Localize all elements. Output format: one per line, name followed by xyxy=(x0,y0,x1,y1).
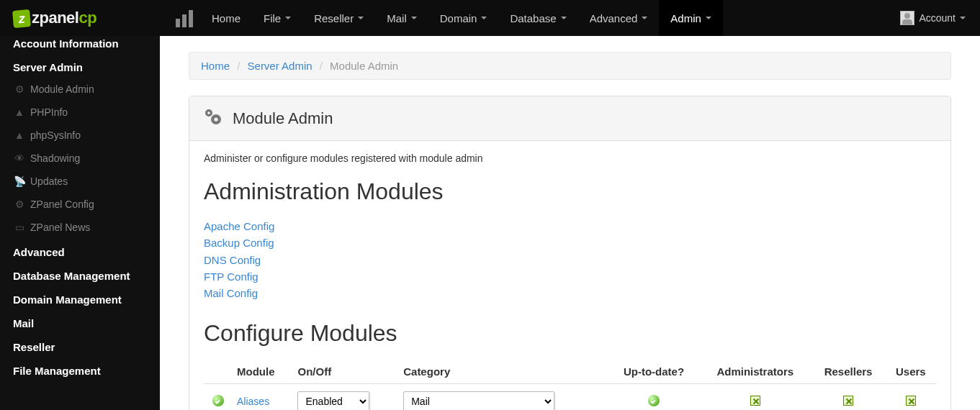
svg-point-1 xyxy=(214,117,217,121)
col-resellers: Resellers xyxy=(811,360,885,384)
nav-home[interactable]: Home xyxy=(200,0,252,36)
chevron-down-icon xyxy=(481,17,487,19)
brand-name: zpanel xyxy=(32,9,78,27)
checkbox-users[interactable] xyxy=(906,396,916,406)
nav-right: Account xyxy=(893,0,980,36)
onoff-select[interactable]: Enabled xyxy=(297,391,369,410)
col-users: Users xyxy=(886,360,936,384)
chevron-down-icon xyxy=(642,17,647,19)
col-onoff: On/Off xyxy=(293,360,399,384)
stats-icon[interactable] xyxy=(176,9,193,27)
nav-file[interactable]: File xyxy=(252,0,302,36)
sidebar-item-updates[interactable]: 📡Updates xyxy=(0,170,160,193)
module-link-aliases[interactable]: Aliases xyxy=(237,396,269,407)
nav-mail[interactable]: Mail xyxy=(375,0,428,36)
antenna-icon: 📡 xyxy=(13,176,26,187)
chevron-down-icon xyxy=(706,17,711,19)
logo[interactable]: zzpanelcp xyxy=(0,9,160,27)
link-ftp-config[interactable]: FTP Config xyxy=(204,268,936,285)
link-apache-config[interactable]: Apache Config xyxy=(204,218,936,234)
sidebar-section-reseller[interactable]: Reseller xyxy=(0,334,160,357)
avatar-icon xyxy=(900,11,914,25)
nav-domain[interactable]: Domain xyxy=(428,0,499,36)
nav-items: Home File Reseller Mail Domain Database … xyxy=(200,0,723,36)
svg-point-3 xyxy=(207,111,210,114)
module-admin-panel: Module Admin Administer or configure mod… xyxy=(189,96,951,410)
col-module: Module xyxy=(233,360,293,384)
eye-icon: 👁 xyxy=(13,152,26,164)
sidebar-section-file-management[interactable]: File Management xyxy=(0,357,160,381)
sidebar-item-zpanel-news[interactable]: ▭ZPanel News xyxy=(0,216,160,239)
panel-body: Administer or configure modules register… xyxy=(189,141,950,410)
administration-modules-heading: Administration Modules xyxy=(204,178,936,205)
sidebar-section-account-info[interactable]: Account Information xyxy=(0,36,160,54)
main-content: Home / Server Admin / Module Admin Modul… xyxy=(160,36,980,410)
checkbox-admins[interactable] xyxy=(750,396,760,406)
chevron-down-icon xyxy=(358,17,364,19)
status-ok-icon xyxy=(648,395,660,406)
link-dns-config[interactable]: DNS Config xyxy=(204,252,936,268)
breadcrumb-server-admin[interactable]: Server Admin xyxy=(248,60,313,72)
sidebar-item-module-admin[interactable]: ⚙Module Admin xyxy=(0,78,160,101)
col-admins: Administrators xyxy=(699,360,811,384)
category-select[interactable]: Mail xyxy=(403,391,554,410)
link-backup-config[interactable]: Backup Config xyxy=(204,234,936,251)
nav-admin[interactable]: Admin xyxy=(659,0,723,36)
gear-icon: ⚙ xyxy=(13,83,26,95)
configure-modules-table: Module On/Off Category Up-to-date? Admin… xyxy=(204,360,936,410)
warning-icon: ▲ xyxy=(13,106,26,118)
breadcrumb-sep: / xyxy=(320,60,323,72)
gear-icon: ⚙ xyxy=(13,199,26,210)
warning-icon: ▲ xyxy=(13,129,26,141)
sidebar-section-domain-management[interactable]: Domain Management xyxy=(0,286,160,310)
panel-description: Administer or configure modules register… xyxy=(204,152,936,164)
chevron-down-icon xyxy=(960,17,966,19)
sidebar-section-database-management[interactable]: Database Management xyxy=(0,263,160,286)
brand-suffix: cp xyxy=(78,9,96,27)
breadcrumb: Home / Server Admin / Module Admin xyxy=(189,52,951,80)
sidebar-item-phpinfo[interactable]: ▲PHPInfo xyxy=(0,101,160,124)
account-label: Account xyxy=(919,12,956,24)
sidebar-item-shadowing[interactable]: 👁Shadowing xyxy=(0,147,160,170)
configure-modules-heading: Configure Modules xyxy=(204,320,936,347)
news-icon: ▭ xyxy=(13,222,26,233)
sidebar-section-advanced[interactable]: Advanced xyxy=(0,239,160,263)
panel-header: Module Admin xyxy=(189,96,950,141)
table-header-row: Module On/Off Category Up-to-date? Admin… xyxy=(204,360,936,384)
col-category: Category xyxy=(399,360,608,384)
col-uptodate: Up-to-date? xyxy=(608,360,699,384)
breadcrumb-current: Module Admin xyxy=(330,60,398,72)
chevron-down-icon xyxy=(411,17,417,19)
nav-database[interactable]: Database xyxy=(498,0,577,36)
sidebar-item-zpanel-config[interactable]: ⚙ZPanel Config xyxy=(0,193,160,216)
table-row: Aliases Enabled Mail xyxy=(204,384,936,410)
sidebar-item-phpsysinfo[interactable]: ▲phpSysInfo xyxy=(0,124,160,147)
admin-module-links: Apache Config Backup Config DNS Config F… xyxy=(204,218,936,301)
top-nav: zzpanelcp Home File Reseller Mail Domain… xyxy=(0,0,980,36)
link-mail-config[interactable]: Mail Config xyxy=(204,285,936,301)
sidebar-section-mail[interactable]: Mail xyxy=(0,310,160,334)
gears-icon xyxy=(202,106,224,130)
sidebar-section-server-admin[interactable]: Server Admin xyxy=(0,54,160,78)
nav-advanced[interactable]: Advanced xyxy=(578,0,660,36)
status-ok-icon xyxy=(212,395,224,406)
chevron-down-icon xyxy=(561,17,567,19)
nav-account[interactable]: Account xyxy=(893,0,980,36)
panel-title: Module Admin xyxy=(233,109,333,128)
checkbox-resellers[interactable] xyxy=(843,396,853,406)
logo-badge-icon: z xyxy=(12,9,31,28)
sidebar: Account Information Server Admin ⚙Module… xyxy=(0,36,160,410)
breadcrumb-sep: / xyxy=(237,60,240,72)
chevron-down-icon xyxy=(285,17,291,19)
breadcrumb-home[interactable]: Home xyxy=(201,60,230,72)
nav-reseller[interactable]: Reseller xyxy=(302,0,375,36)
